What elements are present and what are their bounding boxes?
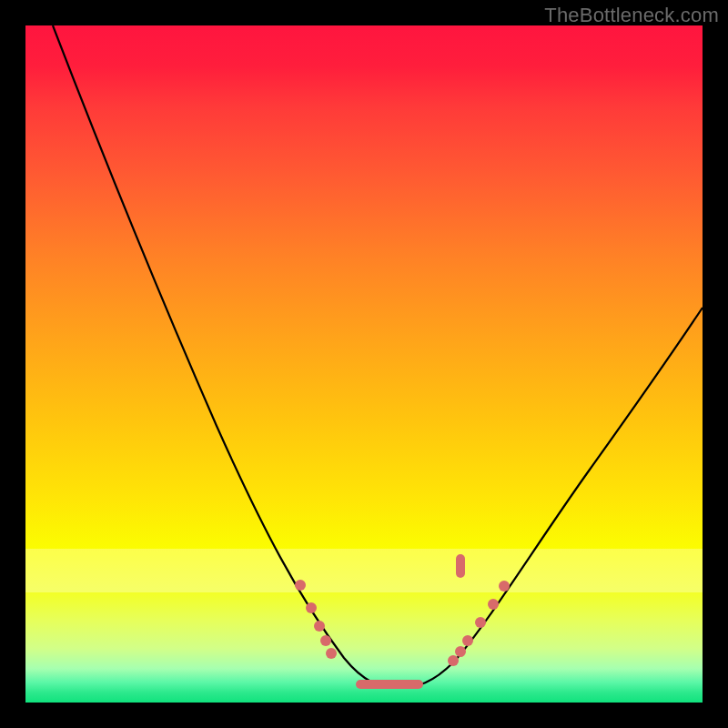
marker-dot [462, 635, 473, 646]
marker-dot [499, 581, 510, 592]
marker-dot [320, 635, 331, 646]
marker-dot [448, 655, 459, 666]
marker-dot [314, 621, 325, 632]
bottleneck-curve [53, 25, 703, 688]
marker-dot [455, 646, 466, 657]
attribution-text: TheBottleneck.com [544, 4, 719, 27]
outer-black-frame: TheBottleneck.com [0, 0, 728, 728]
marker-dot [306, 602, 317, 613]
plot-area [25, 25, 703, 703]
marker-dot [326, 648, 337, 659]
marker-dot [488, 599, 499, 610]
marker-dot [295, 580, 306, 591]
chart-svg [25, 25, 703, 703]
marker-dot [475, 617, 486, 628]
